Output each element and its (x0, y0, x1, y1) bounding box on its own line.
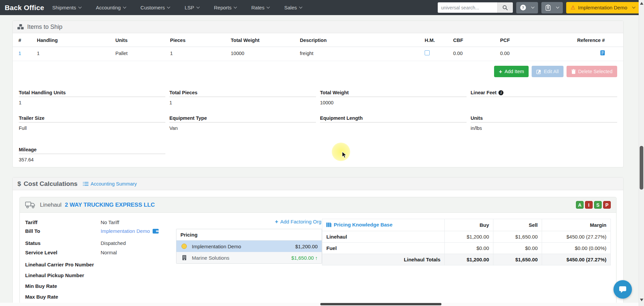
help-menu-button[interactable]: ? (516, 2, 538, 13)
badge-s[interactable]: S (594, 201, 602, 209)
detail-carrier-pro-number: Linehaul Carrier Pro Number (25, 261, 176, 268)
plus-icon: + (499, 69, 502, 74)
total-handling-units-value[interactable]: 1 (19, 97, 165, 105)
vertical-scrollbar[interactable] (639, 0, 644, 306)
detail-max-buy-rate: Max Buy Rate (25, 293, 176, 301)
col-num: # (13, 33, 37, 47)
accounting-summary-link[interactable]: Accounting Summary (83, 181, 137, 187)
info-icon[interactable]: i (498, 90, 503, 95)
horizontal-scrollbar[interactable] (0, 303, 639, 306)
pkb-row-linehaul: Linehaul $1,200.00 $1,650.00 $450.00 (27… (322, 231, 611, 242)
units-value[interactable]: in/lbs (471, 122, 617, 131)
item-pcf: 0.00 (500, 47, 547, 61)
horizontal-scroll-thumb[interactable] (320, 303, 441, 305)
field-equipment-length: Equipment Length (320, 115, 467, 131)
detail-bill-to: Bill To Implementation Demo (25, 227, 176, 235)
delete-selected-button[interactable]: Delete Selected (567, 66, 617, 77)
scroll-up-arrow[interactable] (640, 2, 643, 5)
search-button[interactable] (497, 2, 513, 13)
item-units: Pallet (115, 47, 170, 61)
badge-a[interactable]: A (576, 201, 584, 209)
hm-checkbox[interactable] (425, 50, 430, 55)
equipment-length-value[interactable] (320, 122, 467, 130)
mileage-value[interactable]: 357.64 (19, 154, 165, 162)
badge-i[interactable]: I (585, 201, 593, 209)
reference-note-icon[interactable] (600, 50, 605, 55)
linehaul-panel: Linehaul 2 WAY TRUCKING EXPRESS LLC A I … (19, 197, 616, 306)
cost-calculations-section: $ Cost Calculations Accounting Summary L… (12, 177, 624, 306)
search-icon (502, 5, 508, 10)
item-number-link[interactable]: 1 (18, 51, 21, 56)
pkb-col-buy: Buy (445, 219, 493, 231)
carrier-link[interactable]: 2 WAY TRUCKING EXPRESS LLC (65, 202, 155, 208)
pricing-box: Pricing Implementation Demo $1,200.00 Ma… (176, 229, 322, 264)
wallet-icon[interactable] (153, 229, 159, 234)
col-pieces: Pieces (170, 33, 231, 47)
items-table: # Handling Units Pieces Total Weight Des… (13, 33, 623, 61)
chat-button[interactable] (613, 280, 632, 299)
nav-item-sales[interactable]: Sales (284, 5, 302, 10)
item-cbf: 0.00 (453, 47, 500, 61)
item-row: 1 1 Pallet 1 10000 freight 0.00 0.00 (13, 47, 623, 61)
coin-icon (181, 244, 187, 249)
detail-service-level: Service Level Normal (25, 249, 176, 256)
add-factoring-org-link[interactable]: + Add Factoring Org (275, 219, 322, 224)
bill-to-link[interactable]: Implementation Demo (101, 227, 150, 235)
field-equipment-type: Equipment Type Van (169, 115, 316, 131)
detail-tariff: Tariff No Tariff (25, 219, 176, 226)
section-title: Items to Ship (27, 23, 62, 31)
pkb-col-margin: Margin (542, 219, 611, 231)
field-linear-feet: Linear Feeti (471, 90, 617, 105)
mouse-cursor (342, 152, 347, 159)
environment-button[interactable]: ⚠ Implementation Demo (566, 2, 639, 13)
field-total-weight: Total Weight 10000 (320, 90, 467, 105)
clipboard-icon (545, 5, 551, 11)
field-units: Units in/lbs (471, 115, 617, 131)
nav-item-rates[interactable]: Rates (251, 5, 269, 10)
detail-pickup-number: Linehaul Pickup Number (25, 272, 176, 279)
badge-p[interactable]: P (603, 201, 611, 209)
nav-item-reports[interactable]: Reports (214, 5, 237, 10)
pricing-row-implementation-demo[interactable]: Implementation Demo $1,200.00 (176, 241, 322, 252)
nav-item-customers[interactable]: Customers (141, 5, 170, 10)
trailer-size-value[interactable]: Full (19, 122, 165, 131)
edit-all-button[interactable]: Edit All (532, 66, 563, 77)
chevron-down-icon (531, 5, 534, 9)
field-total-handling-units: Total Handling Units 1 (19, 90, 165, 105)
nav-item-shipments[interactable]: Shipments (52, 5, 81, 10)
pkb-row-fuel: Fuel $0.00 $0.00 $0.00 (0.00%) (322, 242, 611, 254)
truck-icon (25, 201, 36, 209)
plus-icon: + (275, 219, 278, 224)
nav-item-lsp[interactable]: LSP (184, 5, 199, 10)
scroll-down-arrow[interactable] (640, 299, 643, 301)
section-title: Cost Calculations (24, 180, 77, 188)
total-weight-value[interactable]: 10000 (320, 97, 467, 105)
chevron-down-icon (299, 5, 303, 9)
col-units: Units (115, 33, 170, 47)
search-input[interactable] (438, 2, 497, 13)
brand-logo[interactable]: Back Office (5, 4, 44, 12)
pricing-knowledge-base-link[interactable]: Pricing Knowledge Base (326, 222, 392, 227)
add-item-button[interactable]: + Add Item (494, 66, 529, 77)
equipment-type-value[interactable]: Van (169, 122, 316, 131)
columns-icon (326, 222, 331, 227)
pkb-col-sell: Sell (493, 219, 542, 231)
list-check-icon (83, 182, 89, 186)
detail-status: Status Dispatched (25, 240, 176, 247)
chevron-down-icon (267, 5, 270, 9)
col-description: Description (300, 33, 425, 47)
col-total-weight: Total Weight (231, 33, 300, 47)
status-value: Dispatched (101, 240, 126, 247)
nav-item-accounting[interactable]: Accounting (96, 5, 126, 10)
vertical-scroll-thumb[interactable] (640, 146, 643, 190)
linear-feet-value[interactable] (471, 97, 617, 104)
chevron-down-icon (123, 5, 126, 9)
clipboard-menu-button[interactable] (541, 2, 563, 13)
item-total-weight: 10000 (231, 47, 300, 61)
status-badges: A I S P (576, 201, 611, 209)
pallet-boxes-icon (17, 24, 24, 30)
field-mileage: Mileage 357.64 (19, 147, 165, 162)
item-handling: 1 (37, 47, 115, 61)
total-pieces-value[interactable]: 1 (169, 97, 316, 105)
pricing-row-marine-solutions[interactable]: Marine Solutions $1,650.00 ↑ (176, 252, 322, 263)
